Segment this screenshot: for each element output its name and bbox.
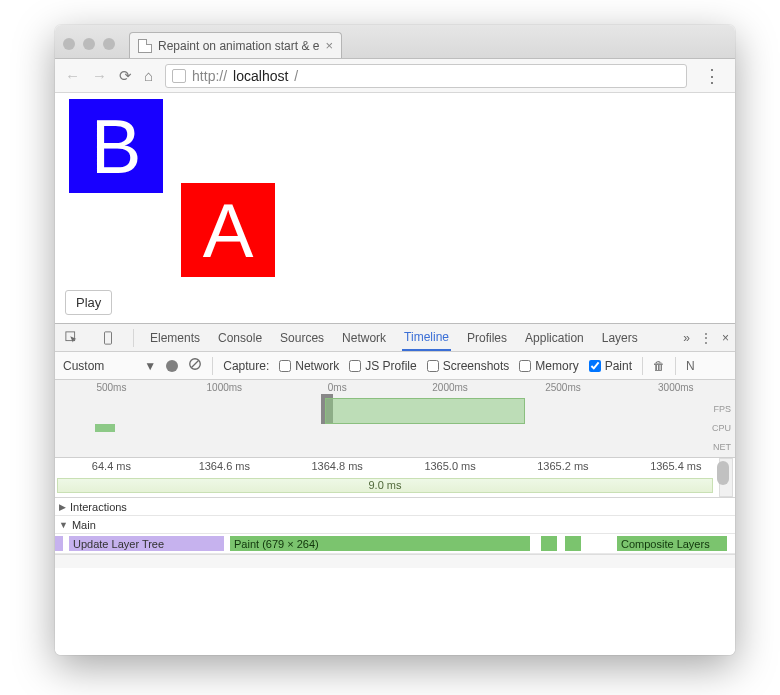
flame-chart: ▶ Interactions ▼ Main Update Layer Tree … bbox=[55, 498, 735, 568]
tab-sources[interactable]: Sources bbox=[278, 325, 326, 350]
tab-title: Repaint on animation start & e bbox=[158, 39, 319, 53]
forward-icon[interactable]: → bbox=[92, 67, 107, 84]
tabs-overflow-icon[interactable]: » bbox=[683, 331, 690, 345]
svg-line-3 bbox=[192, 361, 199, 368]
url-path: / bbox=[294, 68, 298, 84]
timeline-overview[interactable]: 500ms 1000ms 0ms 2000ms 2500ms 3000ms FP… bbox=[55, 380, 735, 458]
devtools-panel: Elements Console Sources Network Timelin… bbox=[55, 323, 735, 655]
inspect-icon[interactable] bbox=[61, 331, 83, 345]
divider bbox=[212, 357, 213, 375]
tab-close-icon[interactable]: × bbox=[325, 38, 333, 53]
ruler-ticks: 64.4 ms 1364.6 ms 1364.8 ms 1365.0 ms 13… bbox=[55, 460, 735, 472]
devtools-menu-icon[interactable]: ⋮ bbox=[700, 331, 712, 345]
flame-footer bbox=[55, 554, 735, 568]
seg-prefix[interactable] bbox=[55, 536, 63, 551]
seg-paint[interactable]: Paint (679 × 264) bbox=[230, 536, 530, 551]
titlebar: Repaint on animation start & e × bbox=[55, 25, 735, 59]
capture-paint[interactable]: Paint bbox=[589, 359, 632, 373]
timeline-toolbar: Custom ▼ Capture: Network JS Profile Scr… bbox=[55, 352, 735, 380]
minimize-window-icon[interactable] bbox=[83, 38, 95, 50]
devtools-tabstrip: Elements Console Sources Network Timelin… bbox=[55, 324, 735, 352]
seg-composite[interactable]: Composite Layers bbox=[617, 536, 727, 551]
disclosure-icon[interactable]: ▼ bbox=[59, 520, 68, 530]
page-viewport: B A Play bbox=[55, 93, 735, 323]
tab-timeline[interactable]: Timeline bbox=[402, 324, 451, 351]
track-interactions[interactable]: ▶ Interactions bbox=[55, 498, 735, 516]
scrollbar-thumb[interactable] bbox=[717, 461, 729, 485]
demo-block-a: A bbox=[181, 183, 275, 277]
seg-paint-small[interactable] bbox=[541, 536, 557, 551]
tab-elements[interactable]: Elements bbox=[148, 325, 202, 350]
overview-selection[interactable] bbox=[325, 398, 525, 424]
close-window-icon[interactable] bbox=[63, 38, 75, 50]
capture-memory[interactable]: Memory bbox=[519, 359, 578, 373]
traffic-lights[interactable] bbox=[63, 38, 115, 50]
seg-paint-small[interactable] bbox=[565, 536, 581, 551]
divider bbox=[133, 329, 134, 347]
capture-screenshots[interactable]: Screenshots bbox=[427, 359, 510, 373]
capture-jsprofile[interactable]: JS Profile bbox=[349, 359, 416, 373]
mode-caret-icon[interactable]: ▼ bbox=[144, 359, 156, 373]
flame-row[interactable]: Update Layer Tree Paint (679 × 264) Comp… bbox=[55, 534, 735, 554]
address-bar[interactable]: http://localhost/ bbox=[165, 64, 687, 88]
overview-activity bbox=[95, 424, 115, 432]
page-icon bbox=[138, 39, 152, 53]
overflow-hint: N bbox=[686, 359, 695, 373]
device-toggle-icon[interactable] bbox=[97, 331, 119, 345]
play-button[interactable]: Play bbox=[65, 290, 112, 315]
tab-console[interactable]: Console bbox=[216, 325, 264, 350]
back-icon[interactable]: ← bbox=[65, 67, 80, 84]
browser-window: Repaint on animation start & e × ← → ⟳ ⌂… bbox=[55, 25, 735, 655]
overview-lane-labels: FPS CPU NET bbox=[712, 404, 731, 461]
tab-application[interactable]: Application bbox=[523, 325, 586, 350]
capture-network[interactable]: Network bbox=[279, 359, 339, 373]
capture-label: Capture: bbox=[223, 359, 269, 373]
home-icon[interactable]: ⌂ bbox=[144, 67, 153, 84]
site-info-icon[interactable] bbox=[172, 69, 186, 83]
detail-ruler[interactable]: 64.4 ms 1364.6 ms 1364.8 ms 1365.0 ms 13… bbox=[55, 458, 735, 498]
scrollbar-track[interactable] bbox=[719, 458, 733, 497]
record-button[interactable] bbox=[166, 360, 178, 372]
nav-toolbar: ← → ⟳ ⌂ http://localhost/ ⋮ bbox=[55, 59, 735, 93]
tab-layers[interactable]: Layers bbox=[600, 325, 640, 350]
browser-tab[interactable]: Repaint on animation start & e × bbox=[129, 32, 342, 58]
mode-label: Custom bbox=[63, 359, 104, 373]
clear-icon[interactable] bbox=[188, 357, 202, 374]
disclosure-icon[interactable]: ▶ bbox=[59, 502, 66, 512]
track-main[interactable]: ▼ Main bbox=[55, 516, 735, 534]
reload-icon[interactable]: ⟳ bbox=[119, 67, 132, 85]
browser-menu-icon[interactable]: ⋮ bbox=[699, 67, 725, 85]
overview-ticks: 500ms 1000ms 0ms 2000ms 2500ms 3000ms bbox=[55, 382, 735, 393]
demo-block-b: B bbox=[69, 99, 163, 193]
url-host: localhost bbox=[233, 68, 288, 84]
devtools-close-icon[interactable]: × bbox=[722, 331, 729, 345]
trash-icon[interactable]: 🗑 bbox=[653, 359, 665, 373]
seg-update-layer-tree[interactable]: Update Layer Tree bbox=[69, 536, 224, 551]
svg-rect-1 bbox=[105, 331, 112, 343]
divider bbox=[642, 357, 643, 375]
zoom-window-icon[interactable] bbox=[103, 38, 115, 50]
tab-network[interactable]: Network bbox=[340, 325, 388, 350]
tab-profiles[interactable]: Profiles bbox=[465, 325, 509, 350]
divider bbox=[675, 357, 676, 375]
range-bar: 9.0 ms bbox=[57, 478, 713, 493]
url-scheme: http:// bbox=[192, 68, 227, 84]
